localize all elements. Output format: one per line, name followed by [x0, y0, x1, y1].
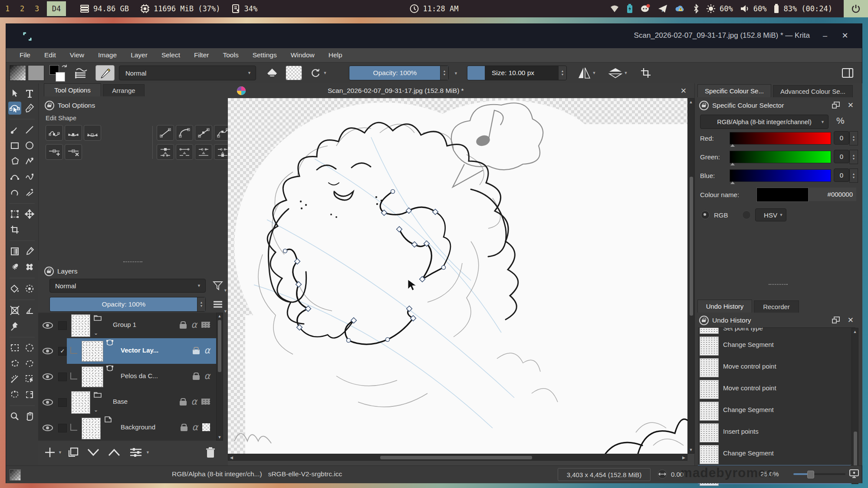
inherit-alpha-icon[interactable] [201, 399, 210, 405]
tab-arrange[interactable]: Arrange [103, 84, 145, 96]
visibility-eye-icon[interactable] [43, 373, 53, 380]
similar-color-selection-tool[interactable] [8, 373, 21, 386]
undo-row[interactable]: Change Segment [698, 400, 851, 422]
freehand-path-tool[interactable] [23, 170, 36, 183]
preserve-alpha-button[interactable] [286, 66, 302, 80]
minimize-button[interactable]: – [819, 30, 832, 41]
workspace-3[interactable]: 3 [30, 4, 44, 13]
add-layer-button[interactable] [43, 445, 57, 460]
volume-icon[interactable] [740, 4, 750, 13]
layer-checkbox[interactable] [58, 398, 67, 407]
size-spinner[interactable]: ▲▼ [558, 66, 566, 80]
green-value[interactable]: 0 [834, 150, 849, 163]
undo-row[interactable]: Move control point [698, 378, 851, 400]
undo-row[interactable]: Insert points [698, 422, 851, 443]
rotation-widget[interactable]: 0.00 [657, 469, 684, 479]
layer-list-scrollbar[interactable]: ▲ ▼ [216, 313, 223, 441]
reference-images-tool[interactable] [8, 320, 21, 333]
menu-view[interactable]: View [63, 51, 91, 59]
green-spinner[interactable]: ▲▼ [849, 150, 858, 164]
inherit-alpha-icon[interactable] [201, 322, 210, 328]
lock-icon[interactable] [193, 375, 200, 380]
eraser-mode-button[interactable] [263, 65, 281, 81]
undo-row[interactable]: Move control point [698, 356, 851, 378]
move-tool[interactable] [23, 208, 36, 221]
chevron-down-icon[interactable]: ▼ [454, 71, 458, 76]
segment-to-curve-button[interactable] [176, 125, 193, 141]
menu-settings[interactable]: Settings [246, 51, 283, 59]
smart-patch-tool[interactable] [23, 260, 36, 274]
layer-thumbnail[interactable] [71, 314, 90, 337]
collapse-chevron-icon[interactable]: ⌄ [94, 407, 98, 413]
transform-tool[interactable] [8, 208, 21, 221]
layer-opacity-spinner[interactable]: ▲▼ [197, 297, 205, 311]
red-spinner[interactable]: ▲▼ [849, 131, 858, 145]
enclose-fill-tool[interactable] [23, 282, 36, 295]
lock-icon[interactable] [699, 101, 709, 110]
blend-mode-dropdown[interactable]: Normal ▼ [119, 66, 256, 80]
close-docker-icon[interactable]: ✕ [848, 101, 854, 110]
brightness-icon[interactable] [706, 4, 716, 13]
visibility-eye-icon[interactable] [43, 348, 53, 354]
workspace-active[interactable]: D4 [47, 1, 66, 16]
red-slider[interactable] [730, 132, 831, 145]
duplicate-layer-button[interactable] [66, 445, 81, 460]
insert-point-button[interactable] [46, 144, 63, 160]
colour-hex-field[interactable]: #000000 [809, 188, 856, 201]
lock-icon[interactable] [180, 401, 187, 406]
layer-row-group1[interactable]: ⌄ Group 1 α [38, 313, 216, 339]
menu-layer[interactable]: Layer [124, 51, 154, 59]
zoom-slider[interactable] [793, 473, 845, 475]
undo-row[interactable]: Change Segment [698, 443, 851, 465]
lock-icon[interactable] [44, 267, 54, 276]
layer-thumbnail[interactable] [82, 341, 103, 362]
power-button[interactable] [844, 0, 868, 17]
multibrush-tool[interactable] [23, 186, 36, 199]
layer-properties-button[interactable] [128, 445, 144, 460]
pattern-swatch[interactable] [28, 65, 44, 81]
layer-opacity-slider[interactable]: Opacity: 100% ▲▼ [49, 297, 206, 312]
fill-tool[interactable] [8, 282, 21, 295]
hsv-radio[interactable] [742, 211, 751, 219]
symmetric-point-button[interactable] [84, 125, 101, 141]
tab-advanced-colour[interactable]: Advanced Colour Se... [773, 85, 853, 97]
pan-tool[interactable] [23, 410, 36, 423]
zoom-slider-handle[interactable] [807, 471, 814, 478]
opacity-spinner[interactable]: ▲▼ [440, 66, 448, 80]
menu-select[interactable]: Select [155, 51, 187, 59]
workspace-2[interactable]: 2 [15, 4, 30, 13]
red-slider-handle[interactable] [730, 144, 735, 147]
canvas-vscrollbar[interactable]: ▲ ▼ [687, 98, 694, 454]
gradient-swatch[interactable] [10, 65, 26, 81]
layer-row-background[interactable]: Background α [38, 415, 216, 441]
polygonal-selection-tool[interactable] [8, 357, 21, 370]
blue-spinner[interactable]: ▲▼ [849, 168, 858, 183]
tab-recorder[interactable]: Recorder [754, 300, 799, 313]
lock-icon[interactable] [193, 350, 200, 354]
join-points-button[interactable] [195, 144, 212, 160]
menu-help[interactable]: Help [322, 51, 349, 59]
polygon-tool[interactable] [8, 155, 21, 168]
selection-display-icon[interactable] [10, 469, 21, 481]
lock-icon[interactable] [45, 101, 54, 110]
lock-icon[interactable] [181, 426, 187, 431]
layer-thumbnail[interactable] [82, 366, 103, 387]
menu-edit[interactable]: Edit [38, 51, 62, 59]
break-segment-button[interactable] [176, 144, 193, 160]
color-sampler-tool[interactable] [23, 245, 36, 258]
chevron-down-icon[interactable]: ▼ [146, 450, 150, 455]
layer-thumbnail[interactable] [71, 391, 90, 414]
lock-icon[interactable] [180, 324, 187, 329]
bezier-curve-tool[interactable] [8, 170, 21, 183]
canvas-hscrollbar[interactable]: ◀ ▶ [228, 454, 687, 461]
undo-row[interactable]: Change Segment [698, 335, 851, 356]
collapse-chevron-icon[interactable]: ⌄ [94, 330, 98, 336]
blue-slider-handle[interactable] [730, 181, 735, 184]
move-layer-up-button[interactable] [107, 445, 122, 460]
tab-specific-colour[interactable]: Specific Colour Se... [697, 84, 771, 97]
opacity-slider[interactable]: Opacity: 100% ▲▼ [349, 66, 449, 80]
undo-scrollbar[interactable]: ▲ ▼ [852, 328, 858, 484]
calligraphy-tool[interactable] [23, 102, 36, 115]
image-dimensions[interactable]: 3,403 x 4,454 (152.8 MiB) [558, 468, 651, 481]
visibility-eye-icon[interactable] [43, 322, 53, 329]
